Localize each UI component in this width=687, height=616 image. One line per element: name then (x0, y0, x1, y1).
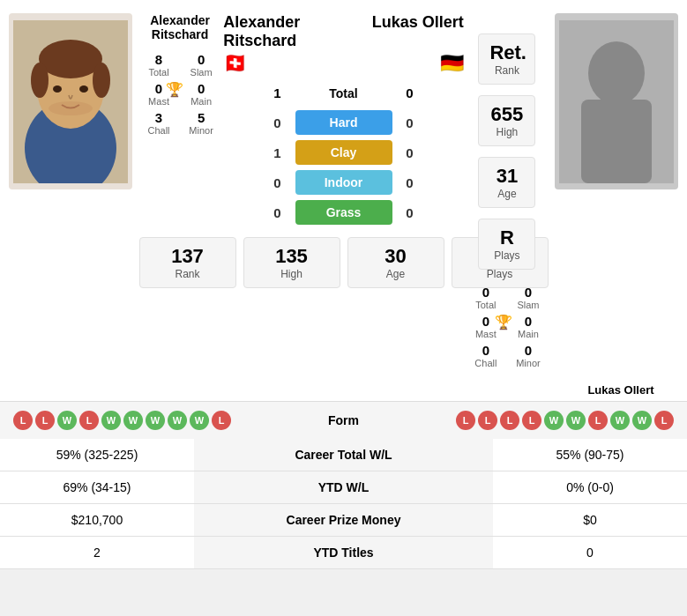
stat-right: 0% (0-0) (493, 471, 687, 504)
hard-surface: Hard (295, 110, 392, 135)
stats-table: 59% (325-225) Career Total W/L 55% (90-7… (0, 439, 687, 569)
form-badge: L (79, 411, 99, 430)
right-player-info: Lukas Ollert Ret. Rank 655 High 31 Age R… (468, 13, 546, 368)
indoor-row: 0 Indoor 0 (223, 170, 464, 195)
left-rank-box: 137 Rank (139, 237, 236, 288)
svg-rect-12 (581, 100, 652, 183)
right-player-photo (555, 13, 678, 189)
left-minor-cell: 5 Minor (183, 110, 219, 136)
right-slam-cell: 0 Slam (511, 285, 546, 310)
stat-right: $0 (493, 504, 687, 537)
stat-left: 69% (34-15) (0, 471, 194, 504)
grass-row: 0 Grass 0 (223, 200, 464, 225)
right-high-box: 655 High (478, 95, 535, 146)
right-player-name-below: Lukas Ollert (564, 383, 678, 397)
left-player-info: Alexander Ritschard 8 Total 0 Slam 0 Mas… (141, 13, 219, 136)
form-badge: L (212, 411, 231, 430)
left-player-name-top: Alexander Ritschard (223, 13, 343, 50)
form-badge: L (35, 411, 55, 430)
right-form-badges: LLLLWWLWWL (456, 411, 674, 430)
form-label: Form (231, 413, 456, 427)
stat-left: $210,700 (0, 504, 194, 537)
form-badge: L (500, 411, 519, 430)
right-plays-box: R Plays (478, 219, 535, 270)
form-badge: W (632, 411, 652, 430)
form-badge: L (478, 411, 497, 430)
right-flag: 🇩🇪 (440, 52, 464, 75)
right-minor-cell: 0 Minor (511, 343, 546, 368)
form-badge: W (566, 411, 586, 430)
right-total-cell: 0 Total (468, 285, 504, 310)
left-age-box: 30 Age (347, 237, 444, 288)
left-chall-cell: 3 Chall (141, 110, 176, 136)
right-stats-boxes: Ret. Rank 655 High 31 Age R Plays (468, 31, 546, 272)
right-trophy-main-cell: 🏆 0 Main (511, 314, 546, 339)
stat-left: 2 (0, 537, 194, 569)
form-badge: W (57, 411, 77, 430)
center-col: Alexander Ritschard Lukas Ollert 🇨🇭 🇩🇪 1… (223, 13, 464, 291)
form-badge: W (610, 411, 630, 430)
form-badge: W (146, 411, 165, 430)
right-player-stats-grid: 0 Total 0 Slam 0 Mast 🏆 0 Main 0 Chall 0 (468, 285, 546, 368)
hard-row: 0 Hard 0 (223, 110, 464, 135)
right-player-name-top: Lukas Ollert (344, 13, 464, 50)
form-badge: L (522, 411, 541, 430)
stat-right: 0 (493, 537, 687, 569)
form-badge: W (123, 411, 143, 430)
left-trophy-main-cell: 🏆 0 Main (183, 81, 219, 107)
left-form-badges: LLWLWWWWWL (13, 411, 231, 430)
stat-label: YTD Titles (194, 537, 493, 569)
left-high-box: 135 High (243, 237, 340, 288)
left-flag: 🇨🇭 (223, 52, 247, 75)
table-row: 69% (34-15) YTD W/L 0% (0-0) (0, 471, 687, 504)
indoor-surface: Indoor (295, 170, 392, 195)
svg-point-11 (588, 41, 645, 105)
form-badge: L (13, 411, 33, 430)
form-badge: W (544, 411, 564, 430)
table-row: 59% (325-225) Career Total W/L 55% (90-7… (0, 439, 687, 471)
form-section: LLWLWWWWWL Form LLLLWWLWWL (0, 401, 687, 439)
right-chall-cell: 0 Chall (468, 343, 504, 368)
left-player-stats-grid: 8 Total 0 Slam 0 Mast 🏆 0 Main 3 Chall (141, 52, 219, 136)
right-rank-box: Ret. Rank (478, 33, 535, 85)
left-slam-cell: 0 Slam (183, 52, 219, 78)
right-trophy-icon: 🏆 (495, 314, 512, 330)
svg-point-6 (93, 63, 110, 98)
form-badge: L (588, 411, 608, 430)
right-player-name-row: Lukas Ollert (0, 382, 687, 401)
svg-point-8 (79, 85, 88, 93)
stat-label: YTD W/L (194, 471, 493, 504)
table-row: $210,700 Career Prize Money $0 (0, 504, 687, 537)
left-trophy-icon: 🏆 (166, 81, 183, 98)
svg-point-7 (53, 85, 62, 93)
stat-label: Career Total W/L (194, 439, 493, 471)
total-row: 1 Total 0 (223, 85, 464, 100)
clay-row: 1 Clay 0 (223, 140, 464, 165)
left-player-photo (9, 13, 132, 189)
form-badge: W (101, 411, 121, 430)
form-badge: W (168, 411, 187, 430)
stat-left: 59% (325-225) (0, 439, 194, 471)
svg-point-5 (31, 63, 49, 98)
left-total-cell: 8 Total (141, 52, 176, 78)
svg-point-4 (39, 40, 102, 78)
left-player-name-below: Alexander Ritschard (141, 13, 219, 41)
clay-surface: Clay (295, 140, 392, 165)
table-row: 2 YTD Titles 0 (0, 537, 687, 569)
right-age-box: 31 Age (478, 157, 535, 208)
form-badge: L (654, 411, 674, 430)
svg-point-9 (49, 101, 93, 115)
form-badge: W (190, 411, 209, 430)
form-badge: L (456, 411, 475, 430)
grass-surface: Grass (295, 200, 392, 225)
stat-label: Career Prize Money (194, 504, 493, 537)
stat-right: 55% (90-75) (493, 439, 687, 471)
